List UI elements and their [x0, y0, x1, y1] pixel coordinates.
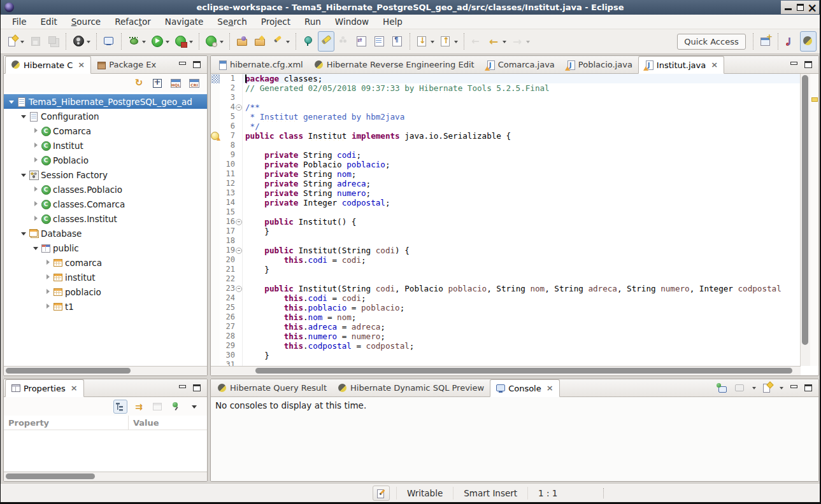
open-hql-editor-button[interactable]	[169, 76, 183, 90]
minimize-icon[interactable]	[178, 61, 186, 68]
maximize-icon[interactable]	[804, 61, 812, 68]
close-button[interactable]	[807, 3, 817, 12]
editor-presentation-button[interactable]	[373, 486, 390, 501]
expand-arrow-icon[interactable]	[43, 299, 54, 314]
display-console-button[interactable]	[732, 381, 746, 395]
menu-window[interactable]: Window	[328, 16, 376, 27]
explorer-hscrollbar[interactable]	[4, 366, 207, 375]
scrollbar-thumb[interactable]	[802, 75, 808, 345]
editor-tab-poblacio-java[interactable]: Poblacio.java	[560, 56, 638, 73]
minimize-icon[interactable]	[178, 384, 186, 391]
editor-tab-comarca-java[interactable]: Comarca.java	[480, 56, 560, 73]
expand-arrow-icon[interactable]	[31, 197, 41, 211]
warning-bulb-icon[interactable]	[211, 132, 219, 140]
expand-arrow-icon[interactable]	[31, 138, 41, 153]
tree-item-database[interactable]: Database	[4, 226, 207, 241]
close-icon[interactable]: ×	[78, 62, 85, 68]
scrollbar-thumb[interactable]	[6, 368, 131, 374]
tree-item-classes-institut[interactable]: classes.Institut	[4, 211, 207, 226]
pin-console-button[interactable]	[715, 381, 729, 395]
dropdown-arrow-icon[interactable]	[220, 41, 224, 45]
collapse-fold-icon[interactable]	[236, 104, 242, 111]
show-annotations-button[interactable]	[353, 31, 370, 52]
java-perspective-button[interactable]	[782, 31, 799, 52]
collapse-fold-icon[interactable]	[236, 286, 242, 292]
collapse-arrow-icon[interactable]	[18, 109, 29, 123]
maximize-icon[interactable]	[193, 384, 201, 391]
expand-arrow-icon[interactable]	[31, 182, 41, 197]
collapse-fold-icon[interactable]	[236, 248, 242, 254]
pin-location-button[interactable]	[300, 31, 317, 52]
dropdown-arrow-icon[interactable]	[142, 41, 146, 45]
tree-item-session-factory[interactable]: Session Factory	[4, 167, 207, 182]
mark-occurrences-button[interactable]	[318, 31, 334, 52]
maximize-icon[interactable]	[193, 61, 201, 68]
tree-item-t1[interactable]: t1	[4, 299, 207, 314]
menu-help[interactable]: Help	[376, 16, 410, 27]
format-brush-button[interactable]	[269, 31, 292, 52]
column-header-value[interactable]: Value	[129, 416, 207, 430]
tab-hibernate-dynamic-sql-preview[interactable]: Hibernate Dynamic SQL Preview	[332, 379, 490, 396]
refresh-button[interactable]	[132, 76, 146, 90]
expand-arrow-icon[interactable]	[31, 153, 41, 167]
scrollbar-thumb[interactable]	[255, 368, 792, 374]
open-criteria-editor-button[interactable]	[187, 76, 201, 90]
last-edit-location-button[interactable]	[468, 31, 485, 52]
collapse-fold-icon[interactable]	[236, 219, 242, 225]
debug-button[interactable]	[125, 31, 148, 52]
collapse-arrow-icon[interactable]	[18, 226, 29, 241]
tree-item-classes-poblacio[interactable]: classes.Poblacio	[4, 182, 207, 197]
code-area[interactable]: 1package classes;2// Generated 02/05/201…	[211, 74, 800, 366]
expand-arrow-icon[interactable]	[43, 255, 54, 270]
properties-hscrollbar[interactable]	[4, 472, 207, 481]
tree-item-configuration[interactable]: Configuration	[4, 109, 207, 123]
tree-item-public[interactable]: public	[4, 241, 207, 255]
menu-source[interactable]: Source	[64, 16, 108, 27]
expand-arrow-icon[interactable]	[31, 123, 41, 138]
menu-file[interactable]: File	[5, 16, 34, 27]
scrollbar-thumb[interactable]	[6, 473, 95, 479]
run-external-button[interactable]	[173, 31, 195, 52]
menu-refactor[interactable]: Refactor	[108, 16, 158, 27]
quick-access-field[interactable]: Quick Access	[677, 34, 746, 50]
minimize-button[interactable]	[783, 3, 793, 12]
open-resource-button[interactable]	[252, 31, 268, 52]
tree-item-institut[interactable]: Institut	[4, 138, 207, 153]
collapse-arrow-icon[interactable]	[31, 241, 41, 255]
editor-vscrollbar[interactable]	[800, 74, 810, 366]
dropdown-arrow-icon[interactable]	[166, 41, 169, 45]
eclipse-logo-icon[interactable]	[4, 3, 14, 12]
show-whitespace-button[interactable]	[389, 31, 406, 52]
menu-run[interactable]: Run	[297, 16, 328, 27]
close-icon[interactable]: ×	[71, 385, 78, 391]
dropdown-arrow-icon[interactable]	[87, 41, 90, 45]
back-button[interactable]	[486, 31, 508, 52]
tab-hibernate-c[interactable]: Hibernate C×	[5, 56, 91, 74]
editor-tab-hibernate-cfg-xml[interactable]: hibernate.cfg.xml	[212, 56, 309, 73]
tree-item-comarca[interactable]: comarca	[4, 255, 207, 270]
tab-hibernate-query-result[interactable]: Hibernate Query Result	[212, 379, 332, 396]
tree-mode-button[interactable]	[113, 400, 127, 414]
open-console-button[interactable]	[760, 381, 774, 395]
tree-item-comarca[interactable]: Comarca	[4, 123, 207, 138]
tab-properties[interactable]: Properties×	[5, 379, 84, 397]
view-menu-button[interactable]	[187, 400, 201, 414]
run-last-button[interactable]	[203, 31, 225, 52]
close-icon[interactable]: ×	[711, 62, 718, 68]
tree-item-institut[interactable]: institut	[4, 270, 207, 284]
expand-arrow-icon[interactable]	[31, 211, 41, 226]
menu-edit[interactable]: Edit	[34, 16, 64, 27]
previous-annotation-button[interactable]	[438, 31, 460, 52]
menu-search[interactable]: Search	[210, 16, 253, 27]
sort-button[interactable]	[132, 400, 146, 414]
forward-button[interactable]	[510, 31, 532, 52]
show-source-button[interactable]	[371, 31, 388, 52]
run-button[interactable]	[149, 31, 171, 52]
dropdown-arrow-icon[interactable]	[189, 41, 193, 45]
linked-dots-button[interactable]	[336, 31, 352, 52]
expand-arrow-icon[interactable]	[43, 284, 54, 299]
minimize-icon[interactable]	[790, 61, 797, 68]
dropdown-arrow-icon[interactable]	[431, 41, 434, 45]
close-icon[interactable]: ×	[546, 385, 553, 391]
user-profile-button[interactable]	[70, 31, 92, 52]
